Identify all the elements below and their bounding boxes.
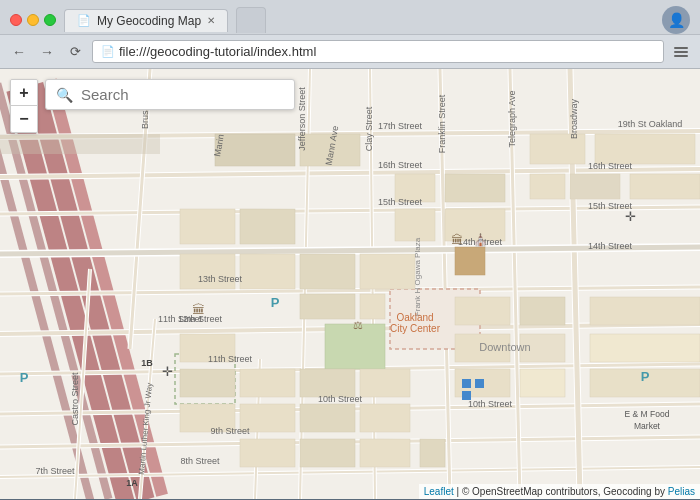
svg-text:Frank H Ogawa Plaza: Frank H Ogawa Plaza (413, 237, 422, 316)
maximize-button[interactable] (44, 14, 56, 26)
svg-rect-84 (360, 404, 410, 432)
svg-rect-92 (462, 379, 471, 388)
svg-text:1A: 1A (126, 478, 138, 488)
leaflet-link[interactable]: Leaflet (424, 486, 454, 497)
svg-text:Oakland: Oakland (396, 312, 433, 323)
svg-rect-74 (590, 334, 700, 362)
svg-text:E & M Food: E & M Food (625, 409, 670, 419)
svg-rect-48 (530, 174, 565, 199)
svg-text:🏛: 🏛 (451, 233, 463, 247)
svg-rect-56 (455, 247, 485, 275)
svg-rect-65 (300, 254, 355, 289)
svg-rect-61 (180, 209, 235, 244)
minimize-button[interactable] (27, 14, 39, 26)
svg-rect-62 (240, 209, 295, 244)
svg-rect-59 (215, 134, 295, 166)
address-bar[interactable]: 📄 file:///geocoding-tutorial/index.html (92, 40, 664, 63)
geocoding-label: Geocoding by (603, 486, 665, 497)
svg-rect-86 (520, 369, 565, 397)
svg-text:14th Street: 14th Street (588, 241, 633, 251)
address-text: file:///geocoding-tutorial/index.html (119, 44, 316, 59)
svg-text:16th Street: 16th Street (588, 161, 633, 171)
avatar-btn[interactable]: 👤 (662, 6, 690, 34)
search-input[interactable] (81, 86, 284, 103)
svg-rect-64 (240, 254, 295, 289)
svg-rect-79 (240, 369, 295, 397)
search-icon: 🔍 (56, 87, 73, 103)
svg-text:Castro Street: Castro Street (70, 372, 80, 426)
svg-rect-93 (475, 379, 484, 388)
close-button[interactable] (10, 14, 22, 26)
svg-text:17th Street: 17th Street (378, 121, 423, 131)
svg-rect-77 (180, 369, 235, 397)
svg-text:City Center: City Center (390, 323, 441, 334)
svg-text:10th Street: 10th Street (318, 394, 363, 404)
svg-text:✛: ✛ (625, 209, 636, 224)
menu-button[interactable] (670, 41, 692, 63)
svg-text:15th Street: 15th Street (378, 197, 423, 207)
svg-text:P: P (20, 370, 29, 385)
zoom-in-button[interactable]: + (11, 80, 37, 106)
svg-text:Market: Market (634, 421, 661, 431)
osm-attribution: © OpenStreetMap contributors (462, 486, 598, 497)
svg-text:19th St Oakland: 19th St Oakland (618, 119, 683, 129)
tab-close-button[interactable]: ✕ (207, 15, 215, 26)
svg-text:Downtown: Downtown (479, 341, 530, 353)
svg-rect-73 (590, 297, 700, 325)
svg-rect-66 (360, 254, 415, 289)
svg-text:13th Street: 13th Street (198, 274, 243, 284)
svg-rect-47 (595, 134, 695, 164)
svg-rect-91 (0, 134, 160, 154)
svg-text:1B: 1B (141, 358, 153, 368)
svg-text:9th Street: 9th Street (210, 426, 250, 436)
pelias-link[interactable]: Pelias (668, 486, 695, 497)
title-bar: 📄 My Geocoding Map ✕ 👤 (0, 0, 700, 34)
map-attribution: Leaflet | © OpenStreetMap contributors, … (419, 484, 700, 499)
svg-text:10th Street: 10th Street (468, 399, 513, 409)
nav-bar: ← → ⟳ 📄 file:///geocoding-tutorial/index… (0, 34, 700, 68)
map-svg: 17th Street 16th Street 15th Street 14th… (0, 69, 700, 499)
svg-rect-49 (570, 174, 620, 199)
svg-rect-87 (240, 439, 295, 467)
svg-rect-83 (300, 404, 355, 432)
svg-text:P: P (641, 369, 650, 384)
zoom-out-button[interactable]: − (11, 106, 37, 132)
svg-rect-67 (300, 294, 355, 319)
svg-rect-52 (445, 174, 505, 202)
svg-rect-53 (395, 209, 435, 241)
svg-rect-81 (360, 369, 410, 397)
tab-favicon: 📄 (77, 14, 91, 27)
tab-title: My Geocoding Map (97, 14, 201, 28)
svg-text:Jefferson Street: Jefferson Street (297, 87, 307, 151)
forward-button[interactable]: → (36, 41, 58, 63)
svg-text:🏛: 🏛 (192, 302, 205, 317)
svg-rect-80 (300, 369, 355, 397)
active-tab[interactable]: 📄 My Geocoding Map ✕ (64, 9, 228, 32)
svg-text:11th Street: 11th Street (208, 354, 253, 364)
svg-text:Telegraph Ave: Telegraph Ave (507, 91, 517, 148)
browser-chrome: 📄 My Geocoding Map ✕ 👤 ← → ⟳ 📄 file:///g… (0, 0, 700, 69)
svg-text:Clay Street: Clay Street (364, 106, 374, 151)
refresh-button[interactable]: ⟳ (64, 41, 86, 63)
svg-rect-69 (455, 297, 510, 325)
back-button[interactable]: ← (8, 41, 30, 63)
svg-rect-88 (300, 439, 355, 467)
svg-text:Franklin Street: Franklin Street (437, 94, 447, 153)
svg-text:⛪: ⛪ (473, 232, 488, 247)
svg-rect-89 (360, 439, 410, 467)
svg-rect-90 (420, 439, 445, 467)
svg-text:15th Street: 15th Street (588, 201, 633, 211)
svg-text:P: P (271, 295, 280, 310)
zoom-controls: + − (10, 79, 38, 133)
svg-text:8th Street: 8th Street (180, 456, 220, 466)
security-icon: 📄 (101, 45, 115, 58)
user-avatar[interactable]: 👤 (662, 6, 690, 34)
svg-text:16th Street: 16th Street (378, 160, 423, 170)
new-tab-area[interactable] (236, 7, 266, 33)
window-controls (10, 14, 56, 26)
map-container[interactable]: 17th Street 16th Street 15th Street 14th… (0, 69, 700, 499)
search-box[interactable]: 🔍 (45, 79, 295, 110)
svg-text:⚖: ⚖ (353, 319, 363, 331)
svg-rect-68 (360, 294, 385, 319)
svg-text:Broadway: Broadway (569, 98, 579, 139)
